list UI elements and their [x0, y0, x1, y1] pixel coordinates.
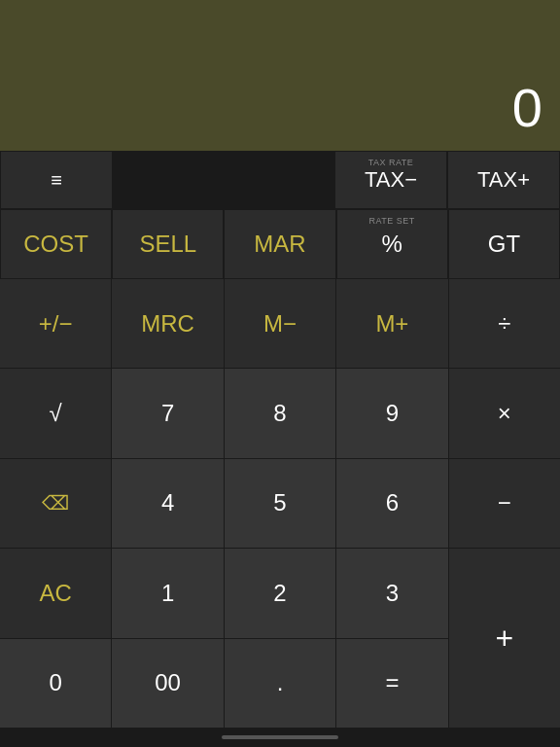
num-9-label: 9: [386, 400, 399, 427]
num-00-label: 00: [155, 669, 181, 696]
tax-rate-label: TAX RATE: [368, 158, 414, 167]
sell-button[interactable]: SELL: [112, 209, 224, 279]
tax-plus-button[interactable]: TAX+: [447, 151, 560, 209]
percent-label: %: [382, 231, 402, 258]
num-0-button[interactable]: 0: [0, 639, 111, 728]
minus-button[interactable]: −: [449, 459, 560, 548]
multiply-label: ×: [498, 400, 511, 427]
plus-label: +: [495, 621, 513, 657]
multiply-button[interactable]: ×: [449, 369, 560, 457]
tax-plus-label: TAX+: [477, 167, 530, 193]
num-8-label: 8: [273, 400, 286, 427]
num-2-button[interactable]: 2: [225, 549, 335, 637]
num-1-label: 1: [161, 580, 174, 607]
rate-set-label: RATE SET: [369, 216, 415, 226]
num-2-label: 2: [273, 580, 286, 607]
sell-label: SELL: [139, 231, 196, 258]
m-minus-label: M−: [263, 310, 297, 338]
plus-minus-button[interactable]: +/−: [0, 279, 111, 368]
equals-label: =: [385, 669, 399, 696]
tax-minus-label: TAX−: [365, 167, 417, 193]
num-0-label: 0: [50, 669, 62, 696]
equals-button[interactable]: =: [336, 639, 447, 728]
divide-label: ÷: [498, 310, 510, 338]
empty-space: [113, 151, 334, 209]
num-3-label: 3: [386, 580, 399, 607]
decimal-button[interactable]: .: [225, 639, 335, 728]
calc-grid: +/− MRC M− M+ ÷ √ 7 8 9 × ⌫ 4 5 6 − AC: [0, 279, 560, 728]
plus-minus-label: +/−: [39, 310, 73, 338]
menu-button[interactable]: ≡: [0, 151, 113, 209]
num-7-button[interactable]: 7: [112, 369, 223, 457]
num-5-label: 5: [273, 489, 286, 516]
mar-label: MAR: [254, 231, 305, 258]
num-4-label: 4: [161, 489, 174, 516]
backspace-button[interactable]: ⌫: [0, 459, 111, 548]
gt-button[interactable]: GT: [448, 209, 560, 279]
sqrt-button[interactable]: √: [0, 369, 111, 457]
percent-button[interactable]: RATE SET %: [336, 209, 448, 279]
gt-label: GT: [488, 231, 520, 258]
minus-label: −: [498, 489, 511, 516]
divide-button[interactable]: ÷: [449, 279, 560, 368]
cost-button[interactable]: COST: [0, 209, 112, 279]
num-7-label: 7: [161, 400, 174, 427]
num-4-button[interactable]: 4: [112, 459, 223, 548]
m-plus-button[interactable]: M+: [336, 279, 447, 368]
ac-button[interactable]: AC: [0, 549, 111, 637]
mar-button[interactable]: MAR: [224, 209, 335, 279]
sqrt-label: √: [50, 400, 62, 427]
mrc-button[interactable]: MRC: [112, 279, 223, 368]
num-1-button[interactable]: 1: [112, 549, 223, 637]
decimal-label: .: [277, 669, 284, 696]
num-6-label: 6: [386, 489, 399, 516]
num-5-button[interactable]: 5: [225, 459, 335, 548]
tax-minus-button[interactable]: TAX RATE TAX−: [334, 151, 447, 209]
home-bar: [222, 735, 338, 739]
m-plus-label: M+: [375, 310, 408, 338]
backspace-icon: ⌫: [42, 491, 69, 515]
num-3-button[interactable]: 3: [336, 549, 447, 637]
num-8-button[interactable]: 8: [225, 369, 335, 457]
plus-button[interactable]: +: [449, 549, 560, 728]
m-minus-button[interactable]: M−: [225, 279, 335, 368]
menu-icon: ≡: [51, 169, 62, 192]
num-6-button[interactable]: 6: [336, 459, 447, 548]
num-00-button[interactable]: 00: [112, 639, 223, 728]
display-value: 0: [512, 76, 544, 139]
mrc-label: MRC: [141, 310, 194, 338]
home-indicator: [0, 728, 560, 747]
display: 0: [0, 0, 560, 151]
ac-label: AC: [40, 580, 72, 607]
num-9-button[interactable]: 9: [336, 369, 447, 457]
cost-label: COST: [23, 231, 88, 258]
